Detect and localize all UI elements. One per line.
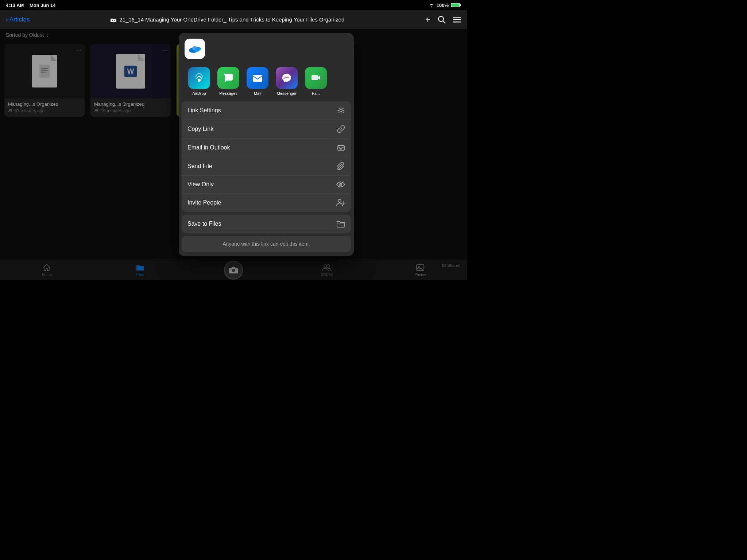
link-icon: [337, 125, 345, 133]
link-settings-item[interactable]: Link Settings: [182, 101, 351, 120]
share-sheet-header: [179, 33, 354, 63]
share-app-row: AirDrop Messages Mail: [179, 63, 354, 101]
send-file-label: Send File: [187, 163, 212, 170]
main-content: Sorted by Oldest ↓ Managing...s Organize…: [0, 29, 467, 280]
svg-point-48: [195, 47, 201, 51]
svg-rect-7: [453, 17, 461, 18]
email-outlook-label: Email in Outlook: [187, 144, 230, 151]
messenger-label: Messenger: [277, 91, 297, 96]
invite-people-label: Invite People: [187, 199, 221, 206]
share-app-facetime[interactable]: Fa...: [301, 67, 330, 96]
nav-bar: ‹ Articles 21_06_14 Managing Your OneDri…: [0, 10, 467, 29]
gear-icon: [337, 106, 345, 114]
email-outlook-item[interactable]: Email in Outlook Ol: [182, 139, 351, 157]
svg-rect-51: [311, 75, 318, 80]
status-bar: 4:13 AM Mon Jun 14 100%: [0, 0, 467, 10]
svg-rect-9: [453, 22, 461, 23]
share-info-text: Anyone with this link can edit this item…: [222, 241, 310, 247]
back-chevron-icon: ‹: [6, 16, 8, 23]
messenger-icon: [276, 67, 298, 89]
share-app-messages[interactable]: Messages: [214, 67, 243, 96]
battery-level: 100%: [437, 3, 449, 8]
shared-folder-icon: [111, 18, 116, 22]
svg-line-6: [443, 21, 445, 23]
folder-icon: [336, 220, 345, 228]
time: 4:13 AM: [6, 3, 24, 8]
save-to-files-section: Save to Files: [182, 215, 351, 233]
invite-people-item[interactable]: Invite People: [182, 194, 351, 212]
view-only-item[interactable]: View Only: [182, 176, 351, 194]
share-app-airdrop[interactable]: AirDrop: [185, 67, 214, 96]
svg-rect-50: [253, 75, 262, 82]
svg-point-52: [340, 109, 342, 112]
save-to-files-item[interactable]: Save to Files: [182, 215, 351, 233]
add-button[interactable]: +: [425, 15, 430, 25]
share-menu-section-1: Link Settings Copy Link Email in Outlook: [182, 101, 351, 212]
wifi-icon: [429, 3, 434, 7]
share-info-bar: Anyone with this link can edit this item…: [182, 236, 351, 252]
copy-link-label: Copy Link: [187, 126, 213, 132]
share-app-mail[interactable]: Mail: [243, 67, 272, 96]
onedrive-app-icon: [185, 39, 205, 59]
facetime-icon: [305, 67, 327, 89]
paperclip-icon: [337, 162, 345, 170]
person-add-icon: [336, 199, 345, 207]
messages-icon: [217, 67, 239, 89]
airdrop-label: AirDrop: [192, 91, 206, 96]
messages-label: Messages: [219, 91, 237, 96]
svg-rect-1: [452, 4, 459, 7]
outlook-icon: Ol: [337, 144, 345, 152]
document-title: 21_06_14 Managing Your OneDrive Folder_ …: [119, 16, 344, 23]
send-file-item[interactable]: Send File: [182, 157, 351, 176]
svg-point-57: [338, 199, 341, 202]
svg-rect-8: [453, 19, 461, 20]
status-indicators: 100%: [429, 3, 461, 8]
view-only-label: View Only: [187, 181, 214, 188]
copy-link-item[interactable]: Copy Link: [182, 120, 351, 139]
nav-title: 21_06_14 Managing Your OneDrive Folder_ …: [34, 16, 421, 23]
share-sheet: AirDrop Messages Mail: [179, 33, 354, 256]
svg-point-5: [438, 16, 444, 22]
facetime-label: Fa...: [312, 91, 320, 96]
back-label[interactable]: Articles: [9, 16, 30, 23]
save-to-files-label: Save to Files: [187, 221, 221, 227]
airdrop-icon: [188, 67, 210, 89]
mail-icon: [247, 67, 268, 89]
svg-point-49: [198, 79, 201, 82]
back-button[interactable]: ‹ Articles: [6, 16, 30, 23]
mail-label: Mail: [254, 91, 261, 96]
battery-icon: [451, 3, 461, 8]
svg-text:Ol: Ol: [339, 147, 342, 150]
svg-rect-2: [460, 4, 461, 6]
date: Mon Jun 14: [30, 3, 56, 8]
search-icon[interactable]: [438, 16, 446, 24]
eye-icon: [336, 181, 345, 188]
share-app-messenger[interactable]: Messenger: [272, 67, 301, 96]
status-time: 4:13 AM Mon Jun 14: [6, 3, 56, 8]
menu-icon[interactable]: [453, 17, 461, 23]
link-settings-label: Link Settings: [187, 107, 221, 114]
nav-actions: +: [425, 15, 461, 25]
